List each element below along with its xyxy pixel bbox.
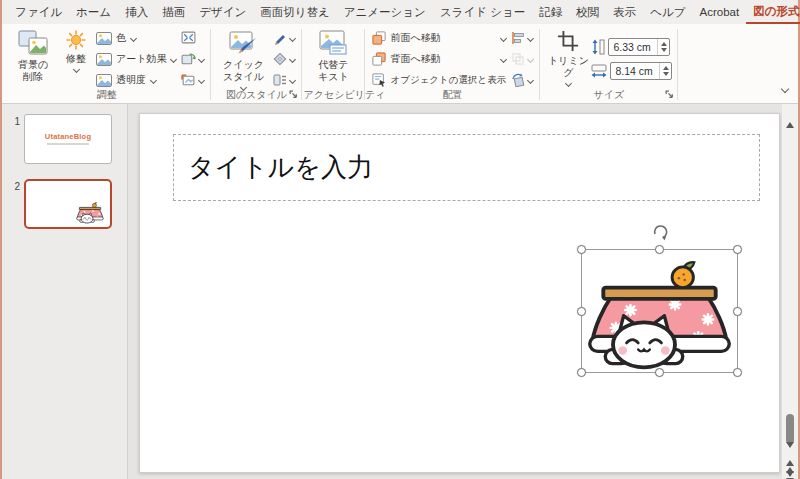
resize-handle-top-middle[interactable] xyxy=(655,245,664,254)
selected-picture[interactable] xyxy=(581,249,738,373)
bring-forward-icon xyxy=(372,31,386,45)
width-spinner[interactable]: 8.14 cm xyxy=(610,62,672,80)
crop-icon xyxy=(557,30,579,52)
send-backward-button[interactable]: 背面へ移動 xyxy=(370,51,508,67)
quick-styles-button[interactable]: クイック スタイル xyxy=(216,28,270,90)
resize-handle-bottom-right[interactable] xyxy=(733,368,742,377)
rotation-handle[interactable] xyxy=(651,223,669,244)
group-objects-icon xyxy=(511,52,525,66)
group-divider xyxy=(210,29,211,100)
slide-2-number: 2 xyxy=(10,179,20,192)
tab-acrobat[interactable]: Acrobat xyxy=(693,0,747,24)
chevron-down-icon xyxy=(527,76,534,83)
crop-button[interactable]: トリミング xyxy=(545,28,591,90)
chevron-down-icon xyxy=(527,34,534,41)
corrections-button[interactable]: 修整 xyxy=(58,28,94,90)
compress-pictures-button[interactable] xyxy=(180,30,205,45)
tab-record[interactable]: 記録 xyxy=(532,0,569,24)
tab-design[interactable]: デザイン xyxy=(192,0,253,24)
selection-pane-button[interactable]: オブジェクトの選択と表示 xyxy=(370,72,508,88)
powerpoint-window: ファイル ホーム 挿入 描画 デザイン 画面切り替え アニメーション スライド … xyxy=(0,0,800,479)
align-objects-button[interactable] xyxy=(510,30,534,46)
align-icon xyxy=(511,31,525,45)
send-backward-label: 背面へ移動 xyxy=(390,52,440,66)
title-placeholder[interactable]: タイトルを入力 xyxy=(173,134,760,201)
slide-1-thumbnail[interactable]: UtataneBlog xyxy=(24,114,112,164)
color-button[interactable]: 色 xyxy=(94,30,178,46)
resize-handle-bottom-left[interactable] xyxy=(577,368,586,377)
artistic-effects-button[interactable]: アート効果 xyxy=(94,51,178,67)
tab-picture-format[interactable]: 図の形式 xyxy=(746,0,800,24)
collapse-ribbon-button[interactable] xyxy=(782,80,788,95)
picture-effects-button[interactable] xyxy=(272,51,296,67)
resize-handle-top-left[interactable] xyxy=(577,245,586,254)
artistic-effects-label: アート効果 xyxy=(116,52,166,66)
chevron-down-icon xyxy=(500,34,507,41)
change-picture-button[interactable] xyxy=(180,52,205,67)
tab-file[interactable]: ファイル xyxy=(8,0,69,24)
picture-border-button[interactable] xyxy=(272,30,296,46)
spin-up-icon[interactable] xyxy=(663,66,669,70)
scroll-up-button[interactable] xyxy=(782,107,798,122)
group-size: トリミング 6.33 cm 8 xyxy=(541,26,676,103)
slide-1-number: 1 xyxy=(10,114,20,127)
tab-view[interactable]: 表示 xyxy=(606,0,643,24)
tab-draw[interactable]: 描画 xyxy=(155,0,192,24)
slide-1-logo-text: UtataneBlog xyxy=(25,132,111,141)
kotatsu-cat-image xyxy=(582,250,737,372)
next-slide-button[interactable] xyxy=(782,471,798,479)
remove-background-icon xyxy=(18,30,48,56)
tab-transitions[interactable]: 画面切り替え xyxy=(253,0,337,24)
transparency-button[interactable]: 透明度 xyxy=(94,72,178,88)
resize-handle-bottom-middle[interactable] xyxy=(655,368,664,377)
spin-up-icon[interactable] xyxy=(661,42,667,46)
resize-handle-middle-right[interactable] xyxy=(733,307,742,316)
scrollbar-thumb[interactable] xyxy=(786,414,794,444)
slide-editor: タイトルを入力 xyxy=(128,104,798,479)
chevron-down-icon xyxy=(198,77,205,84)
vertical-scrollbar[interactable] xyxy=(782,104,798,479)
slide-thumbnail-panel: 1 UtataneBlog 2 xyxy=(2,104,128,479)
tab-slideshow[interactable]: スライド ショー xyxy=(433,0,532,24)
chevron-down-icon xyxy=(72,66,79,73)
slide-canvas[interactable]: タイトルを入力 xyxy=(139,113,780,473)
tab-help[interactable]: ヘルプ xyxy=(643,0,692,24)
tab-home[interactable]: ホーム xyxy=(69,0,118,24)
spin-down-icon[interactable] xyxy=(661,48,667,52)
alt-text-button[interactable]: 代替テ キスト xyxy=(307,28,359,90)
height-spin-buttons xyxy=(657,39,669,55)
tab-review[interactable]: 校閲 xyxy=(569,0,606,24)
slide-2-row: 2 xyxy=(2,179,127,229)
picture-styles-dialog-launcher[interactable] xyxy=(289,87,298,102)
selection-pane-icon xyxy=(372,73,386,87)
spin-down-icon[interactable] xyxy=(663,72,669,76)
remove-background-button[interactable]: 背景の 削除 xyxy=(8,28,58,90)
slide-1-row: 1 UtataneBlog xyxy=(2,114,127,164)
height-spinner[interactable]: 6.33 cm xyxy=(608,38,670,56)
resize-handle-middle-left[interactable] xyxy=(577,307,586,316)
chevron-down-icon xyxy=(289,55,296,62)
group-objects-button[interactable] xyxy=(510,51,534,67)
dialog-launcher-icon xyxy=(289,90,298,99)
resize-handle-top-right[interactable] xyxy=(733,245,742,254)
tab-insert[interactable]: 挿入 xyxy=(118,0,155,24)
effects-cube-icon xyxy=(273,52,287,66)
bring-forward-button[interactable]: 前面へ移動 xyxy=(370,30,508,46)
quick-styles-label: クイック スタイル xyxy=(223,59,264,83)
slide-2-thumbnail[interactable] xyxy=(24,179,112,229)
chevron-down-icon xyxy=(781,85,789,93)
group-divider xyxy=(301,29,302,100)
picture-layout-button[interactable] xyxy=(272,72,296,88)
group-arrange: 前面へ移動 背面へ移動 オブジェクトの選択と表示 xyxy=(366,26,538,103)
chevron-down-icon xyxy=(130,34,137,41)
quick-styles-icon xyxy=(228,30,258,56)
size-dialog-launcher[interactable] xyxy=(665,87,674,102)
pen-icon xyxy=(273,31,287,45)
alt-text-label: 代替テ キスト xyxy=(318,59,349,83)
rotate-objects-button[interactable] xyxy=(510,72,534,88)
kotatsu-cat-mini-image xyxy=(75,200,105,224)
size-fields: 6.33 cm 8.14 cm xyxy=(591,28,672,90)
reset-picture-button[interactable] xyxy=(180,73,205,88)
arrange-rows: 前面へ移動 背面へ移動 オブジェクトの選択と表示 xyxy=(370,28,508,90)
tab-animations[interactable]: アニメーション xyxy=(337,0,433,24)
